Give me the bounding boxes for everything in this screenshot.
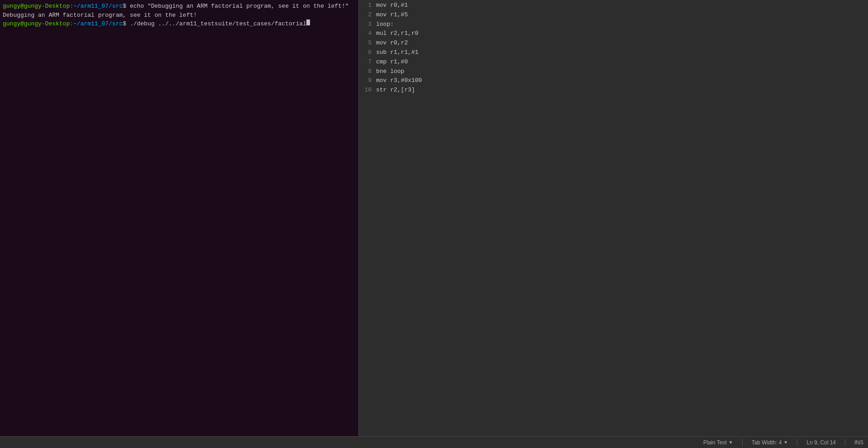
terminal-user-1: gungy@gungy-Desktop <box>3 2 70 11</box>
tab-width-selector[interactable]: Tab Width: 4 ▼ <box>752 439 788 446</box>
code-line-5: 5mov r0,r2 <box>359 39 868 48</box>
line-number-7: 7 <box>361 58 372 67</box>
ins-indicator: INS <box>854 439 863 446</box>
language-chevron: ▼ <box>729 440 733 445</box>
language-selector[interactable]: Plain Text ▼ <box>703 439 733 446</box>
line-number-1: 1 <box>361 1 372 10</box>
status-divider-3 <box>845 439 845 446</box>
status-divider-2 <box>797 439 797 446</box>
status-bar: Plain Text ▼ Tab Width: 4 ▼ Ln 9, Col 14… <box>0 436 868 448</box>
code-line-7: 7cmp r1,#0 <box>359 58 868 67</box>
line-content-1: mov r0,#1 <box>376 1 408 10</box>
code-line-9: 9mov r3,#0x100 <box>359 76 868 86</box>
editor-panel[interactable]: 1mov r0,#12mov r1,#53loop:4mul r2,r1,r05… <box>359 0 868 436</box>
line-number-2: 2 <box>361 10 372 20</box>
line-content-4: mul r2,r1,r0 <box>376 29 419 39</box>
terminal-line-2: Debugging an ARM factorial program, see … <box>3 11 356 20</box>
code-line-6: 6sub r1,r1,#1 <box>359 48 868 58</box>
terminal-dollar-2: $ <box>123 19 130 29</box>
terminal-dollar-1: $ <box>123 2 130 11</box>
terminal-panel[interactable]: gungy@gungy-Desktop:~/arm11_07/src$ echo… <box>0 0 359 436</box>
line-number-10: 10 <box>361 86 372 95</box>
terminal-path-1: :~/arm11_07/src <box>70 2 123 11</box>
status-divider-1 <box>742 439 743 446</box>
line-number-6: 6 <box>361 48 372 58</box>
line-number-3: 3 <box>361 20 372 29</box>
code-line-2: 2mov r1,#5 <box>359 10 868 20</box>
terminal-command-1: echo "Debugging an ARM factorial program… <box>130 2 349 11</box>
line-number-5: 5 <box>361 39 372 48</box>
line-number-8: 8 <box>361 67 372 77</box>
line-content-9: mov r3,#0x100 <box>376 76 422 86</box>
line-content-7: cmp r1,#0 <box>376 58 408 67</box>
code-line-1: 1mov r0,#1 <box>359 1 868 10</box>
line-content-8: bne loop <box>376 67 404 77</box>
terminal-user-2: gungy@gungy-Desktop <box>3 19 70 29</box>
terminal-output-1: Debugging an ARM factorial program, see … <box>3 11 197 20</box>
terminal-line-1: gungy@gungy-Desktop:~/arm11_07/src$ echo… <box>3 2 356 11</box>
terminal-cursor <box>306 19 310 25</box>
terminal-path-2: :~/arm11_07/src <box>70 19 123 29</box>
tab-width-label: Tab Width: 4 <box>752 439 782 446</box>
line-number-4: 4 <box>361 29 372 39</box>
line-content-3: loop: <box>376 20 394 29</box>
ins-label: INS <box>854 439 863 446</box>
main-area: gungy@gungy-Desktop:~/arm11_07/src$ echo… <box>0 0 868 436</box>
code-line-8: 8bne loop <box>359 67 868 77</box>
code-line-10: 10str r2,[r3] <box>359 86 868 95</box>
terminal-command-2: ./debug ../../arm11_testsuite/test_cases… <box>130 19 306 29</box>
language-label: Plain Text <box>703 439 727 446</box>
line-content-5: mov r0,r2 <box>376 39 408 48</box>
terminal-line-3: gungy@gungy-Desktop:~/arm11_07/src$ ./de… <box>3 19 356 29</box>
line-content-2: mov r1,#5 <box>376 10 408 20</box>
position-label: Ln 9, Col 14 <box>806 439 836 446</box>
code-line-4: 4mul r2,r1,r0 <box>359 29 868 39</box>
tab-width-chevron: ▼ <box>783 440 788 445</box>
line-number-9: 9 <box>361 76 372 86</box>
line-content-6: sub r1,r1,#1 <box>376 48 419 58</box>
cursor-position: Ln 9, Col 14 <box>806 439 836 446</box>
code-line-3: 3loop: <box>359 20 868 29</box>
line-content-10: str r2,[r3] <box>376 86 415 95</box>
